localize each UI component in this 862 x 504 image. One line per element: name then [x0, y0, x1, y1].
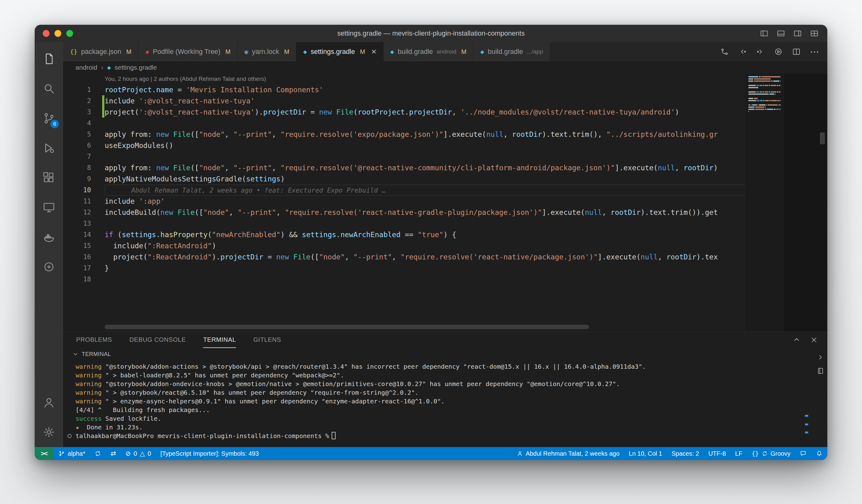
code-line-12[interactable]: 12includeBuild(new File(["node", "--prin…	[63, 207, 827, 218]
tab-label: build.gradle	[488, 48, 523, 56]
activity-settings-button[interactable]	[35, 417, 63, 447]
panel-tab-problems[interactable]: PROBLEMS	[76, 332, 112, 348]
tab-settings-gradle[interactable]: ◆settings.gradleM×	[296, 42, 383, 61]
code-line-2[interactable]: 2include ':@volst_react-native-tuya'	[63, 95, 827, 106]
docker-whale-icon	[42, 231, 55, 244]
sync-button[interactable]	[90, 447, 106, 460]
activity-docker-button[interactable]	[35, 222, 63, 252]
activity-source-control-button[interactable]: 6	[35, 103, 63, 133]
codelens-blame[interactable]: You, 2 hours ago | 2 authors (Abdul Rehm…	[105, 74, 827, 84]
blame-status-item[interactable]: Abdul Rehman Talat, 2 weeks ago	[512, 447, 624, 460]
next-change-icon[interactable]	[756, 48, 765, 56]
code-line-14[interactable]: 14if (settings.hasProperty("newArchEnabl…	[63, 229, 827, 240]
close-tab-icon[interactable]: ×	[371, 48, 376, 56]
activity-plugin-button[interactable]	[35, 252, 63, 282]
ts-importer-status[interactable]: [TypeScript Importer]: Symbols: 493	[156, 447, 263, 460]
panel-tab-terminal[interactable]: TERMINAL	[203, 332, 236, 348]
close-window-button[interactable]	[43, 30, 50, 37]
vertical-scrollbar[interactable]	[820, 133, 825, 144]
code-line-15[interactable]: 15 include(":ReactAndroid")	[63, 240, 827, 251]
run-file-icon[interactable]	[774, 48, 783, 56]
zoom-window-button[interactable]	[66, 30, 73, 37]
status-bar: >< alpha* ⇄ ⊘ 0 △ 0 [TypeScript Importer…	[35, 447, 827, 460]
git-branch-item[interactable]: alpha*	[54, 447, 90, 460]
line-content: }	[105, 263, 827, 274]
encoding-item[interactable]: UTF-8	[704, 447, 731, 460]
customize-layout-icon[interactable]	[810, 29, 819, 38]
code-line-11[interactable]: 11include ':app'	[63, 196, 827, 207]
minimap-line	[748, 111, 782, 112]
maximize-panel-icon[interactable]	[793, 336, 801, 344]
terminal-scroll-mark	[805, 415, 808, 417]
terminal-header-label: TERMINAL	[82, 351, 111, 358]
minimap-line	[748, 93, 782, 95]
code-line-7[interactable]: 7	[63, 151, 827, 162]
tab-podfile-working-tree[interactable]: ◆Podfile (Working Tree)M	[139, 42, 237, 61]
activity-run-debug-button[interactable]	[35, 133, 63, 163]
eol-item[interactable]: LF	[730, 447, 747, 460]
split-editor-icon[interactable]	[792, 48, 801, 56]
problems-item[interactable]: ⊘ 0 △ 0	[121, 447, 156, 460]
toggle-panel-icon[interactable]	[776, 29, 785, 38]
activity-remote-explorer-button[interactable]	[35, 193, 63, 222]
code-line-3[interactable]: 3project(':@volst_react-native-tuya').pr…	[63, 106, 827, 118]
feedback-button[interactable]	[795, 447, 811, 460]
code-line-6[interactable]: 6useExpoModules()	[63, 140, 827, 151]
line-number: 5	[63, 129, 105, 140]
code-line-5[interactable]: 5apply from: new File(["node", "--print"…	[63, 129, 827, 140]
horizontal-scrollbar[interactable]	[105, 325, 589, 329]
activity-search-button[interactable]	[35, 74, 63, 103]
notebook-icon[interactable]	[817, 367, 824, 375]
tab-package-json[interactable]: {}package.jsonM	[63, 42, 139, 61]
indentation-item[interactable]: Spaces: 2	[667, 447, 704, 460]
toggle-sidebar-left-icon[interactable]	[760, 29, 769, 38]
close-panel-icon[interactable]	[810, 336, 818, 344]
panel-tab-gitlens[interactable]: GITLENS	[253, 332, 281, 348]
code-line-17[interactable]: 17}	[63, 263, 827, 274]
chevron-right-icon[interactable]	[817, 354, 824, 361]
activity-extensions-button[interactable]	[35, 163, 63, 193]
terminal-header[interactable]: TERMINAL	[63, 348, 827, 360]
titlebar[interactable]: settings.gradle — mevris-client-plugin-i…	[35, 25, 827, 42]
minimap-line	[748, 78, 782, 80]
panel: PROBLEMSDEBUG CONSOLETERMINALGITLENS TER…	[63, 332, 827, 447]
code-line-10[interactable]: 10Abdul Rehman Talat, 2 weeks ago • feat…	[63, 185, 827, 196]
minimap[interactable]	[745, 74, 827, 332]
code-line-4[interactable]: 4	[63, 118, 827, 129]
previous-change-icon[interactable]	[738, 48, 747, 56]
line-number: 12	[63, 207, 105, 218]
code-line-18[interactable]: 18	[63, 274, 827, 285]
git-added-gutter-bar	[102, 95, 104, 118]
language-status-item[interactable]: {} Groovy	[747, 447, 795, 460]
compare-button[interactable]: ⇄	[106, 447, 121, 460]
cursor-position-item[interactable]: Ln 10, Col 1	[624, 447, 667, 460]
editor[interactable]: You, 2 hours ago | 2 authors (Abdul Rehm…	[63, 74, 827, 332]
terminal-scroll-mark	[805, 432, 808, 434]
activity-account-button[interactable]	[35, 388, 63, 417]
toggle-sidebar-right-icon[interactable]	[793, 29, 802, 38]
panel-tab-debug-console[interactable]: DEBUG CONSOLE	[129, 332, 186, 348]
minimize-window-button[interactable]	[54, 30, 61, 37]
code-line-13[interactable]: 13	[63, 218, 827, 229]
tab-build-gradle[interactable]: ◆build.gradle.../app	[473, 42, 550, 61]
code-line-1[interactable]: 1rootProject.name = 'Mevris Installation…	[63, 84, 827, 95]
breadcrumb-folder[interactable]: android	[76, 64, 97, 71]
window-controls	[35, 30, 73, 37]
activity-explorer-button[interactable]	[35, 44, 63, 74]
command-decoration[interactable]	[67, 434, 71, 438]
breadcrumb-file[interactable]: settings.gradle	[115, 64, 157, 71]
tab-yarn-lock[interactable]: ◉yarn.lockM	[238, 42, 297, 61]
open-changes-icon[interactable]	[720, 48, 729, 56]
minimap-line	[748, 85, 782, 86]
line-content: include ':app'	[105, 196, 827, 207]
warnings-count: 0	[148, 450, 151, 457]
remote-indicator[interactable]: ><	[35, 447, 54, 460]
more-actions-icon[interactable]: ⋯	[810, 47, 819, 56]
code-line-16[interactable]: 16 project(":ReactAndroid").projectDir =…	[63, 251, 827, 263]
code-line-9[interactable]: 9applyNativeModulesSettingsGradle(settin…	[63, 173, 827, 185]
panel-tab-strip: PROBLEMSDEBUG CONSOLETERMINALGITLENS	[76, 332, 281, 348]
terminal[interactable]: warning "@storybook/addon-actions > @sto…	[63, 360, 827, 447]
tab-build-gradle[interactable]: ◆build.gradleandroidM	[384, 42, 474, 61]
notifications-button[interactable]	[811, 447, 827, 460]
code-line-8[interactable]: 8apply from: new File(["node", "--print"…	[63, 162, 827, 173]
